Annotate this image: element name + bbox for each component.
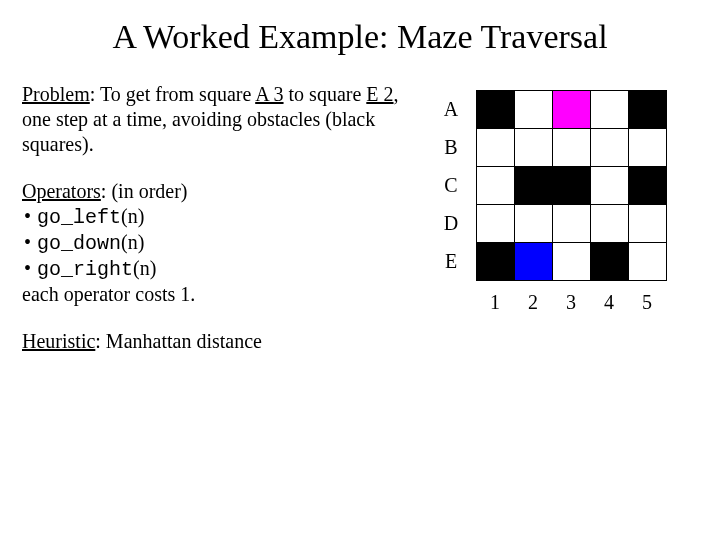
maze-cell (515, 205, 553, 243)
operator-fn: go_right (37, 257, 133, 282)
row-labels: ABCDE (432, 90, 470, 281)
operator-fn: go_left (37, 205, 121, 230)
maze-cell (629, 243, 667, 281)
operators-label: Operators (22, 180, 101, 202)
operator-item: •go_down(n) (22, 230, 402, 256)
right-column: ABCDE 12345 (432, 82, 667, 376)
maze-cell (591, 129, 629, 167)
maze-cell (477, 243, 515, 281)
maze-cell (629, 167, 667, 205)
operator-item: •go_right(n) (22, 256, 402, 282)
row-label: A (432, 90, 470, 128)
maze-cell (477, 167, 515, 205)
maze-cell (629, 91, 667, 129)
col-label: 3 (552, 283, 590, 321)
content: Problem: To get from square A 3 to squar… (22, 82, 698, 376)
operators-block: Operators: (in order) •go_left(n)•go_dow… (22, 179, 402, 307)
maze-cell (553, 91, 591, 129)
maze-cell (477, 91, 515, 129)
row-label: B (432, 128, 470, 166)
start-square: A 3 (255, 83, 283, 105)
operator-arg: (n) (121, 230, 144, 255)
maze-cell (553, 205, 591, 243)
row-label: C (432, 166, 470, 204)
maze-cell (515, 167, 553, 205)
operator-item: •go_left(n) (22, 204, 402, 230)
maze-cell (553, 167, 591, 205)
operators-cost: each operator costs 1. (22, 282, 402, 307)
bullet-icon: • (24, 256, 31, 281)
bullet-icon: • (24, 204, 31, 229)
problem-label: Problem (22, 83, 90, 105)
problem-text-1: : To get from square (90, 83, 255, 105)
row-label: D (432, 204, 470, 242)
operators-suffix: : (in order) (101, 180, 188, 202)
operator-arg: (n) (121, 204, 144, 229)
operator-fn: go_down (37, 231, 121, 256)
maze-cell (629, 129, 667, 167)
heuristic-block: Heuristic: Manhattan distance (22, 329, 402, 354)
maze-cell (553, 129, 591, 167)
col-label: 1 (476, 283, 514, 321)
maze-cell (515, 243, 553, 281)
col-labels: 12345 (476, 283, 667, 321)
maze-cell (477, 205, 515, 243)
problem-block: Problem: To get from square A 3 to squar… (22, 82, 402, 157)
goal-square: E 2 (366, 83, 393, 105)
bullet-icon: • (24, 230, 31, 255)
row-label: E (432, 242, 470, 280)
maze-cell (515, 91, 553, 129)
operator-arg: (n) (133, 256, 156, 281)
maze-cell (591, 91, 629, 129)
maze: ABCDE (432, 90, 667, 281)
maze-grid (476, 90, 667, 281)
maze-cell (591, 167, 629, 205)
heuristic-label: Heuristic (22, 330, 95, 352)
maze-cell (477, 129, 515, 167)
col-label: 2 (514, 283, 552, 321)
left-column: Problem: To get from square A 3 to squar… (22, 82, 402, 376)
maze-cell (591, 243, 629, 281)
maze-cell (629, 205, 667, 243)
maze-cell (591, 205, 629, 243)
maze-cell (553, 243, 591, 281)
col-label: 4 (590, 283, 628, 321)
heuristic-text: : Manhattan distance (95, 330, 262, 352)
col-label: 5 (628, 283, 666, 321)
maze-cell (515, 129, 553, 167)
page-title: A Worked Example: Maze Traversal (22, 18, 698, 56)
problem-text-2: to square (284, 83, 367, 105)
operators-list: •go_left(n)•go_down(n)•go_right(n) (22, 204, 402, 282)
